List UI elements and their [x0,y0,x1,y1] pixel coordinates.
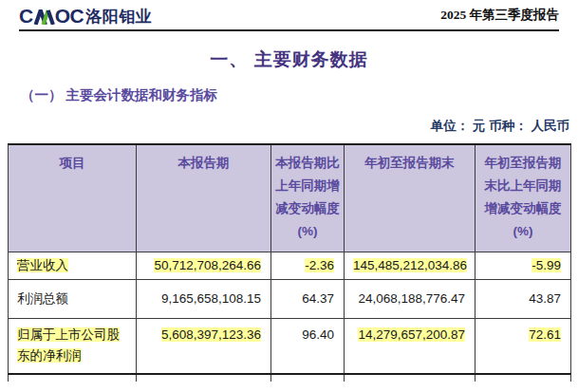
cell-current-period: 9,165,658,108.15 [137,279,271,318]
cell-current-period: 50,712,708,264.66 [137,252,271,279]
cell-current-change: -2.36 [271,252,345,279]
col-header-current-change: 本报告期比 上年同期增 减变动幅度 (%) [271,144,345,252]
cell-item: 利润总额 [9,279,137,318]
section-subtitle: （一） 主要会计数据和财务指标 [21,86,578,104]
cell-ytd-change: -5.99 [475,252,571,279]
col-header-item: 项目 [9,144,137,252]
section-title: 一、 主要财务数据 [0,47,578,72]
cell-ytd: 24,068,188,776.47 [345,279,475,318]
logo-chinese-text: 洛阳钼业 [85,8,152,27]
cell-ytd-change: 72.61 [475,318,571,374]
col-header-current-period: 本报告期 [137,144,271,252]
col-header-ytd-change: 年初至报告期 末比上年同期 增减变动幅度 (%) [475,144,571,252]
unit-note: 单位： 元 币种： 人民币 [0,118,569,135]
table-row-revenue: 营业收入 50,712,708,264.66 -2.36 145,485,212… [9,252,571,279]
cell-item: 归属于上市公司股东的净利润 [9,318,137,374]
table-header-row: 项目 本报告期 本报告期比 上年同期增 减变动幅度 (%) 年初至报告期末 年初… [9,144,571,252]
cell-current-period: 5,608,397,123.36 [137,318,271,374]
logo-oc-text: OC [55,6,84,27]
cell-ytd: 14,279,657,200.87 [345,318,475,374]
page-header: C OC 洛阳钼业 2025 年第三季度报告 [19,6,559,31]
logo-m-icon [33,9,55,25]
logo-c-text: C [19,6,33,27]
cell-ytd-change: 43.87 [475,279,571,318]
cell-ytd: 145,485,212,034.86 [345,252,475,279]
table-row-partial [9,374,571,382]
cell-current-change: 64.37 [271,279,345,318]
cell-current-change: 96.40 [271,318,345,374]
report-title: 2025 年第三季度报告 [440,7,559,27]
cell-item: 营业收入 [9,252,137,279]
col-header-ytd: 年初至报告期末 [345,144,475,252]
table-row-net-profit: 归属于上市公司股东的净利润 5,608,397,123.36 96.40 14,… [9,318,571,374]
table-row-total-profit: 利润总额 9,165,658,108.15 64.37 24,068,188,7… [9,279,571,318]
financial-table: 项目 本报告期 本报告期比 上年同期增 减变动幅度 (%) 年初至报告期末 年初… [8,143,571,382]
company-logo: C OC 洛阳钼业 [19,6,152,27]
